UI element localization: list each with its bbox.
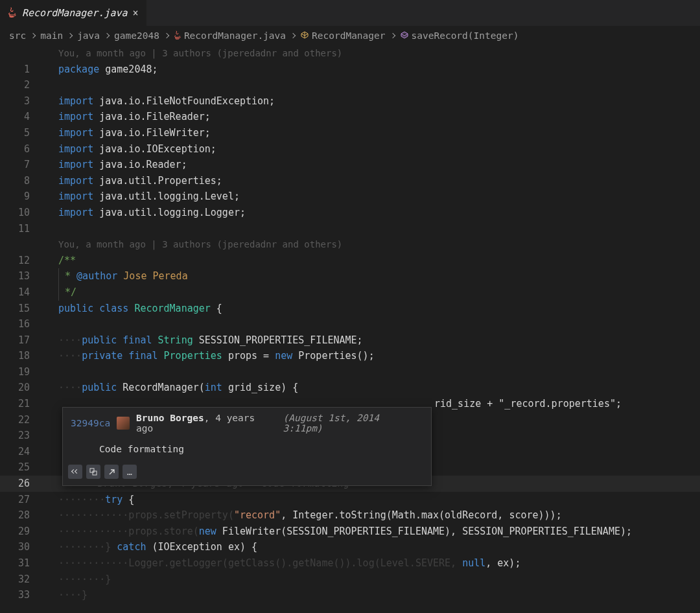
commit-hash-link[interactable]: 32949ca [71,418,110,428]
diff-icon [89,468,97,476]
code-content[interactable]: You, a month ago | 3 authors (jperedadnr… [58,45,700,603]
svg-rect-0 [90,468,94,472]
more-actions-button[interactable]: … [122,465,137,479]
gitlens-file-annotation: You, a month ago | 3 authors (jperedadnr… [58,237,700,253]
tab-bar: RecordManager.java × [0,0,700,26]
commit-author: Bruno Borges [136,413,204,423]
gitlens-blame-hover: 32949ca Bruno Borges, 4 years ago (Augus… [62,407,432,486]
commit-date: (August 1st, 2014 3:11pm) [283,413,423,434]
hover-actions: … [63,461,431,485]
svg-rect-1 [93,471,97,475]
close-icon[interactable]: × [133,7,139,19]
breadcrumb-item[interactable]: RecordManager.java [184,30,286,41]
java-file-icon [8,7,17,19]
commit-message: Code formatting [63,439,431,461]
chevron-right-icon [104,33,110,38]
java-file-icon [174,30,181,41]
breadcrumb-item[interactable]: saveRecord(Integer) [412,30,519,41]
arrow-up-right-icon [108,468,115,476]
breadcrumb-item[interactable]: main [40,30,63,41]
chevron-right-icon [290,33,296,38]
method-icon [400,30,409,41]
code-editor[interactable]: 1 2 3 4 5 6 7 8 9 10 11 12 13 14 15 16 1… [0,45,700,603]
gitlens-file-annotation: You, a month ago | 3 authors (jperedadnr… [58,45,700,62]
breadcrumb-item[interactable]: RecordManager [312,30,386,41]
chevron-right-icon [164,33,169,38]
class-icon [300,30,309,41]
avatar [117,417,130,430]
open-external-button[interactable] [104,465,119,479]
chevrons-left-icon [72,470,78,474]
prev-change-button[interactable] [68,465,82,479]
editor-tab[interactable]: RecordManager.java × [0,0,146,26]
line-number-gutter: 1 2 3 4 5 6 7 8 9 10 11 12 13 14 15 16 1… [0,45,44,603]
open-changes-button[interactable] [86,465,100,479]
breadcrumb-item[interactable]: game2048 [114,30,159,41]
chevron-right-icon [30,33,36,38]
breadcrumb-item[interactable]: java [77,30,100,41]
tab-filename: RecordManager.java [22,7,128,19]
chevron-right-icon [67,33,73,38]
breadcrumb-item[interactable]: src [9,30,26,41]
chevron-right-icon [390,33,395,38]
breadcrumb[interactable]: src main java game2048 RecordManager.jav… [0,26,700,45]
